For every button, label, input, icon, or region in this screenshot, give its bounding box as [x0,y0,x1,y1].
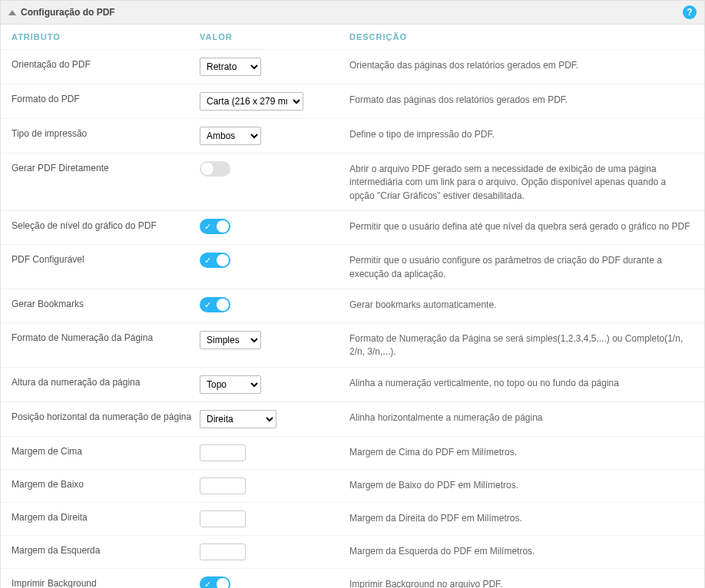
col-header-val: VALOR [200,32,349,41]
toggle-bookmarks[interactable]: ✓ [200,297,230,312]
desc-direct: Abrir o arquivo PDF gerado sem a necessi… [349,161,693,203]
row-direct: Gerar PDF Diretamente ✓ Abrir o arquivo … [1,154,704,211]
label-pagenumfmt: Formato de Numeração da Página [12,331,200,343]
label-marginleft: Margem da Esquerda [12,543,200,556]
toggle-configurable[interactable]: ✓ [200,253,230,268]
row-pagenumhoriz: Posição horizontal da numeração de págin… [1,402,704,437]
desc-pagenumheight: Alinha a numeração verticalmente, no top… [349,375,693,390]
collapse-icon[interactable] [8,10,16,15]
row-pagenumfmt: Formato de Numeração da Página Simples F… [1,323,704,368]
label-marginbottom: Margem de Baixo [12,477,200,490]
row-configurable: PDF Configurável ✓ Permitir que o usuári… [1,245,704,289]
select-pagenumfmt[interactable]: Simples [200,331,261,349]
select-printtype[interactable]: Ambos [200,127,261,145]
input-margintop[interactable] [200,444,246,461]
label-bookmarks: Gerar Bookmarks [12,297,200,309]
label-format: Formato do PDF [12,92,200,104]
label-pagenumheight: Altura da numeração da página [12,375,200,388]
row-printbg: Imprimir Background ✓ Imprimir Backgroun… [1,569,704,588]
select-pagenumhoriz[interactable]: Direita [200,410,276,428]
input-marginleft[interactable] [200,543,246,560]
desc-marginright: Margem da Direita do PDF em Milímetros. [349,510,693,525]
panel-header: Configuração do PDF ? [1,1,704,25]
desc-orientation: Orientação das páginas dos relatórios ge… [349,58,693,72]
toggle-printbg[interactable]: ✓ [200,576,230,588]
label-orientation: Orientação do PDF [12,58,200,70]
toggle-chartlevel[interactable]: ✓ [200,219,230,234]
desc-chartlevel: Permitir que o usuário defina até que ní… [349,219,693,233]
label-printtype: Tipo de impressão [12,127,200,139]
col-header-desc: DESCRIÇÃO [349,32,693,41]
row-orientation: Orientação do PDF Retrato Orientação das… [1,50,704,84]
row-marginbottom: Margem de Baixo Margem de Baixo do PDF e… [1,470,704,503]
row-printtype: Tipo de impressão Ambos Define o tipo de… [1,119,704,154]
row-pagenumheight: Altura da numeração da página Topo Alinh… [1,368,704,402]
panel-title: Configuração do PDF [21,7,115,18]
desc-pagenumhoriz: Alinha horizontalmente a numeração de pá… [349,410,693,424]
input-marginbottom[interactable] [200,477,246,494]
label-margintop: Margem de Cima [12,444,200,457]
pdf-config-panel: Configuração do PDF ? ATRIBUTO VALOR DES… [0,0,705,588]
help-icon[interactable]: ? [683,5,697,19]
select-pagenumheight[interactable]: Topo [200,375,261,394]
label-pagenumhoriz: Posição horizontal da numeração de págin… [12,410,200,422]
desc-printbg: Imprimir Background no arquivo PDF. [349,576,693,588]
row-marginleft: Margem da Esquerda Margem da Esquerda do… [1,536,704,569]
select-format[interactable]: Carta (216 x 279 mm) [200,92,303,111]
columns-header: ATRIBUTO VALOR DESCRIÇÃO [1,25,704,50]
desc-format: Formato das páginas dos relatórios gerad… [349,92,693,107]
row-margintop: Margem de Cima Margem de Cima do PDF em … [1,437,704,470]
label-printbg: Imprimir Background [12,576,200,588]
desc-marginleft: Margem da Esquerda do PDF em Milímetros. [349,543,693,558]
desc-marginbottom: Margem de Baixo do PDF em Milímetros. [349,477,693,492]
row-marginright: Margem da Direita Margem da Direita do P… [1,503,704,536]
label-marginright: Margem da Direita [12,510,200,523]
desc-pagenumfmt: Formato de Numeração da Página se será s… [349,331,693,359]
desc-margintop: Margem de Cima do PDF em Milímetros. [349,444,693,459]
row-format: Formato do PDF Carta (216 x 279 mm) Form… [1,84,704,119]
row-bookmarks: Gerar Bookmarks ✓ Gerar bookmarks automa… [1,289,704,323]
input-marginright[interactable] [200,510,246,527]
select-orientation[interactable]: Retrato [200,58,261,76]
label-configurable: PDF Configurável [12,253,200,265]
label-direct: Gerar PDF Diretamente [12,161,200,173]
label-chartlevel: Seleção de nível do gráfico do PDF [12,219,200,231]
col-header-attr: ATRIBUTO [12,32,200,41]
desc-configurable: Permitir que o usuário configure os parâ… [349,253,693,281]
toggle-direct[interactable]: ✓ [200,161,230,177]
row-chartlevel: Seleção de nível do gráfico do PDF ✓ Per… [1,211,704,245]
desc-bookmarks: Gerar bookmarks automaticamente. [349,297,693,312]
desc-printtype: Define o tipo de impressão do PDF. [349,127,693,141]
